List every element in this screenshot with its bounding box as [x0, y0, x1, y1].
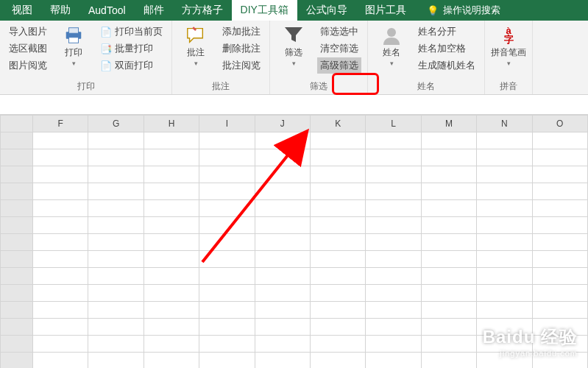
row-header[interactable]	[1, 149, 33, 166]
table-row[interactable]	[1, 132, 588, 149]
cell[interactable]	[421, 234, 476, 251]
cell[interactable]	[366, 319, 421, 336]
cell[interactable]	[366, 183, 421, 200]
cell[interactable]	[310, 353, 365, 369]
cell[interactable]	[88, 149, 144, 166]
cell[interactable]	[477, 183, 532, 200]
cell[interactable]	[366, 132, 421, 149]
cell[interactable]	[532, 200, 587, 217]
cell[interactable]	[366, 166, 421, 183]
cell[interactable]	[199, 217, 255, 234]
cell[interactable]	[421, 319, 476, 336]
cell[interactable]	[366, 149, 421, 166]
cell[interactable]	[477, 166, 532, 183]
cell[interactable]	[255, 251, 310, 268]
filter-button[interactable]: 筛选▾	[276, 24, 311, 68]
cell[interactable]	[421, 302, 476, 319]
row-header[interactable]	[1, 132, 33, 149]
cell[interactable]	[199, 166, 255, 183]
table-row[interactable]	[1, 217, 588, 234]
cell[interactable]	[88, 319, 144, 336]
cell[interactable]	[421, 217, 476, 234]
cell[interactable]	[144, 251, 199, 268]
cell[interactable]	[144, 166, 199, 183]
cell[interactable]	[199, 285, 255, 302]
cell[interactable]	[88, 166, 144, 183]
cell[interactable]	[33, 234, 88, 251]
cell[interactable]	[532, 217, 587, 234]
random-name-button[interactable]: 生成随机姓名	[415, 57, 478, 74]
cell[interactable]	[88, 200, 144, 217]
cell[interactable]	[255, 285, 310, 302]
cell[interactable]	[532, 268, 587, 285]
cell[interactable]	[255, 336, 310, 353]
cell[interactable]	[255, 302, 310, 319]
tab-picture-tools[interactable]: 图片工具	[356, 0, 415, 21]
cell[interactable]	[33, 251, 88, 268]
cell[interactable]	[255, 353, 310, 369]
formula-bar[interactable]	[0, 95, 588, 115]
split-name-button[interactable]: 姓名分开	[415, 24, 478, 40]
cell[interactable]	[310, 149, 365, 166]
cell[interactable]	[144, 149, 199, 166]
cell[interactable]	[477, 234, 532, 251]
cell[interactable]	[366, 217, 421, 234]
name-add-space-button[interactable]: 姓名加空格	[415, 40, 478, 57]
cell[interactable]	[366, 353, 421, 369]
cell[interactable]	[532, 166, 587, 183]
name-button[interactable]: 姓名▾	[374, 24, 409, 68]
cell[interactable]	[33, 132, 88, 149]
cell[interactable]	[255, 319, 310, 336]
table-row[interactable]	[1, 149, 588, 166]
cell[interactable]	[144, 302, 199, 319]
cell[interactable]	[532, 234, 587, 251]
delete-comment-button[interactable]: 删除批注	[219, 40, 263, 57]
tab-mail[interactable]: 邮件	[135, 0, 173, 21]
cell[interactable]	[199, 268, 255, 285]
cell[interactable]	[310, 285, 365, 302]
cell[interactable]	[310, 166, 365, 183]
cell[interactable]	[255, 132, 310, 149]
cell[interactable]	[88, 251, 144, 268]
cell[interactable]	[310, 336, 365, 353]
cell[interactable]	[366, 251, 421, 268]
cell[interactable]	[421, 268, 476, 285]
cell[interactable]	[33, 353, 88, 369]
tab-formula-wizard[interactable]: 公式向导	[297, 0, 356, 21]
selection-screenshot-button[interactable]: 选区截图	[6, 40, 50, 57]
table-row[interactable]	[1, 285, 588, 302]
pinyin-stroke-button[interactable]: à字 拼音笔画▾	[491, 24, 526, 68]
cell[interactable]	[532, 285, 587, 302]
import-picture-button[interactable]: 导入图片	[6, 24, 50, 40]
browse-comments-button[interactable]: 批注阅览	[219, 57, 263, 74]
cell[interactable]	[144, 319, 199, 336]
cell[interactable]	[144, 336, 199, 353]
cell[interactable]	[33, 268, 88, 285]
table-row[interactable]	[1, 268, 588, 285]
cell[interactable]	[477, 251, 532, 268]
tab-ffgz[interactable]: 方方格子	[173, 0, 232, 21]
cell[interactable]	[310, 251, 365, 268]
cell[interactable]	[477, 217, 532, 234]
cell[interactable]	[255, 200, 310, 217]
cell[interactable]	[33, 149, 88, 166]
advanced-filter-button[interactable]: 高级筛选	[317, 57, 361, 74]
col-header[interactable]: N	[477, 116, 532, 132]
cell[interactable]	[421, 336, 476, 353]
cell[interactable]	[255, 268, 310, 285]
cell[interactable]	[199, 149, 255, 166]
cell[interactable]	[477, 285, 532, 302]
table-row[interactable]	[1, 200, 588, 217]
cell[interactable]	[199, 183, 255, 200]
cell[interactable]	[88, 285, 144, 302]
cell[interactable]	[88, 353, 144, 369]
cell[interactable]	[144, 234, 199, 251]
cell[interactable]	[532, 149, 587, 166]
cell[interactable]	[33, 217, 88, 234]
cell[interactable]	[421, 183, 476, 200]
cell[interactable]	[33, 336, 88, 353]
row-header[interactable]	[1, 285, 33, 302]
row-header[interactable]	[1, 268, 33, 285]
cell[interactable]	[144, 268, 199, 285]
cell[interactable]	[421, 353, 476, 369]
